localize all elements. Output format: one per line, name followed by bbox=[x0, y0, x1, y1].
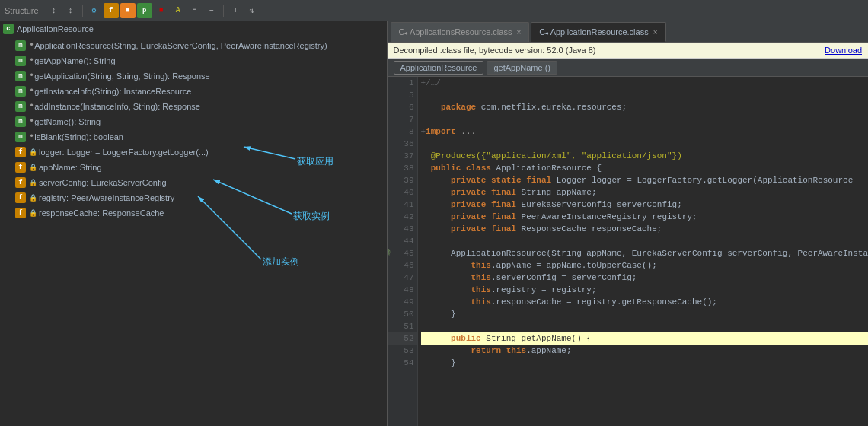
field-badge: f bbox=[15, 192, 26, 203]
ln: 5 bbox=[388, 89, 417, 101]
sort-btn2[interactable]: ↕ bbox=[63, 3, 78, 18]
tab-application-resource[interactable]: C₄ ApplicationResource.class × bbox=[531, 22, 665, 42]
ln: 45@ bbox=[388, 247, 417, 259]
structure-panel: c ApplicationResource m • ApplicationRes… bbox=[0, 21, 388, 426]
lock-icon: 🔒 bbox=[29, 209, 37, 218]
list-item[interactable]: m • getApplication(String, String, Strin… bbox=[0, 68, 387, 84]
ln: 43 bbox=[388, 223, 417, 235]
download-link[interactable]: Download bbox=[825, 46, 862, 55]
code-line-highlight: public String getAppName() { bbox=[421, 332, 869, 345]
expand-btn[interactable]: ⚙ bbox=[87, 3, 102, 18]
lock-icon: 🔒 bbox=[29, 179, 37, 187]
ln: 37 bbox=[388, 150, 417, 162]
code-text[interactable]: +/…/ package com.netflix.eureka.resource… bbox=[418, 77, 869, 426]
ln: 51 bbox=[388, 320, 417, 332]
sep1 bbox=[82, 5, 83, 17]
field-badge: f bbox=[15, 162, 26, 173]
item-label: getAppName(): String bbox=[34, 56, 115, 65]
ln-highlight: 52 bbox=[388, 332, 417, 345]
ln: 50 bbox=[388, 308, 417, 320]
method-tab-getappname[interactable]: getAppName () bbox=[487, 61, 557, 75]
item-label: getName(): String bbox=[34, 117, 101, 126]
method-badge: m bbox=[15, 132, 26, 142]
method-badge: m bbox=[15, 40, 26, 51]
item-label: appName: String bbox=[39, 163, 102, 172]
code-line: package com.netflix.eureka.resources; bbox=[421, 101, 869, 113]
structure-title: Structure bbox=[5, 6, 45, 15]
code-line: this.appName = appName.toUpperCase(); bbox=[421, 259, 869, 272]
tab-label: C₄ ApplicationsResource.class bbox=[399, 27, 512, 37]
ln: 54 bbox=[388, 357, 417, 369]
sep2 bbox=[223, 5, 224, 17]
code-line: this.serverConfig = serverConfig; bbox=[421, 272, 869, 284]
ln: 36 bbox=[388, 138, 417, 150]
item-label: ApplicationResource(String, EurekaServer… bbox=[34, 41, 327, 50]
sort-alpha-btn[interactable]: ↕ bbox=[46, 3, 62, 18]
code-line: +import ... bbox=[421, 126, 869, 138]
list-item[interactable]: f 🔒 serverConfig: EurekaServerConfig bbox=[0, 175, 387, 190]
list-item[interactable]: m • getName(): String bbox=[0, 114, 387, 129]
code-line bbox=[421, 113, 869, 126]
ln: 38 bbox=[388, 162, 417, 174]
method-badge: m bbox=[15, 86, 26, 97]
ln: 8 bbox=[388, 126, 417, 138]
close-icon[interactable]: × bbox=[516, 28, 521, 37]
method-badge: m bbox=[15, 116, 26, 127]
ln: 6 bbox=[388, 101, 417, 113]
item-label: logger: Logger = LoggerFactory.getLogger… bbox=[39, 148, 209, 157]
item-label: responseCache: ResponseCache bbox=[39, 208, 164, 218]
ln: 7 bbox=[388, 113, 417, 126]
eq-btn[interactable]: = bbox=[204, 3, 219, 18]
code-line: +/…/ bbox=[421, 77, 869, 89]
list-item[interactable]: m • isBlank(String): boolean bbox=[0, 129, 387, 145]
method-badge: m bbox=[15, 101, 26, 112]
class-name: ApplicationResource bbox=[17, 24, 94, 33]
code-line: private final EurekaServerConfig serverC… bbox=[421, 199, 869, 211]
code-line: this.registry = registry; bbox=[421, 284, 869, 296]
item-label: getInstanceInfo(String): InstanceResourc… bbox=[34, 87, 191, 96]
list-item[interactable]: f 🔒 appName: String bbox=[0, 160, 387, 175]
decompile-info-bar: Decompiled .class file, bytecode version… bbox=[388, 43, 869, 59]
field-badge: f bbox=[15, 208, 26, 218]
field-badge: f bbox=[15, 177, 26, 188]
list-item[interactable]: f 🔒 registry: PeerAwareInstanceRegistry bbox=[0, 190, 387, 205]
code-line: } bbox=[421, 357, 869, 369]
list-item[interactable]: f 🔒 logger: Logger = LoggerFactory.getLo… bbox=[0, 145, 387, 160]
ln: 46 bbox=[388, 259, 417, 272]
arrows-btn[interactable]: ⇅ bbox=[244, 3, 260, 18]
close-icon[interactable]: × bbox=[653, 28, 658, 37]
editor-tabs-bar: C₄ ApplicationsResource.class × C₄ Appli… bbox=[388, 21, 869, 43]
a-btn[interactable]: A bbox=[171, 3, 186, 18]
item-label: getApplication(String, String, String): … bbox=[34, 72, 210, 81]
red-square-btn[interactable]: ■ bbox=[154, 3, 169, 18]
editor-panel: C₄ ApplicationsResource.class × C₄ Appli… bbox=[388, 21, 869, 426]
list-item[interactable]: m • ApplicationResource(String, EurekaSe… bbox=[0, 38, 387, 53]
method-tab-class[interactable]: ApplicationResource bbox=[394, 61, 484, 75]
lock-icon: 🔒 bbox=[29, 148, 37, 157]
lock-icon: 🔒 bbox=[29, 164, 37, 172]
p-btn[interactable]: p bbox=[137, 3, 152, 18]
code-editor[interactable]: 1 5 6 7 8 36 37 38 39 40 41 42 43 44 45@… bbox=[388, 77, 869, 426]
method-badge: m bbox=[15, 56, 26, 66]
orange-btn[interactable]: ■ bbox=[120, 3, 136, 18]
code-line: public class ApplicationResource { bbox=[421, 162, 869, 174]
code-line bbox=[421, 320, 869, 332]
ln: 53 bbox=[388, 345, 417, 357]
list-btn[interactable]: ≡ bbox=[187, 3, 203, 18]
ln: 49 bbox=[388, 296, 417, 308]
code-line bbox=[421, 138, 869, 150]
ln: 48 bbox=[388, 284, 417, 296]
ln: 44 bbox=[388, 235, 417, 247]
download-btn[interactable]: ⬇ bbox=[228, 3, 243, 18]
ln: 42 bbox=[388, 211, 417, 223]
list-item[interactable]: f 🔒 responseCache: ResponseCache bbox=[0, 205, 387, 221]
tab-applications-resource[interactable]: C₄ ApplicationsResource.class × bbox=[391, 22, 530, 42]
list-item[interactable]: m • getAppName(): String bbox=[0, 53, 387, 68]
f-btn[interactable]: f bbox=[104, 3, 119, 18]
ln: 40 bbox=[388, 186, 417, 199]
method-badge: m bbox=[15, 71, 26, 81]
class-root-item[interactable]: c ApplicationResource bbox=[0, 21, 387, 37]
list-item[interactable]: m • getInstanceInfo(String): InstanceRes… bbox=[0, 84, 387, 99]
list-item[interactable]: m • addInstance(InstanceInfo, String): R… bbox=[0, 99, 387, 114]
code-line: @Produces({"application/xml", "applicati… bbox=[421, 150, 869, 162]
